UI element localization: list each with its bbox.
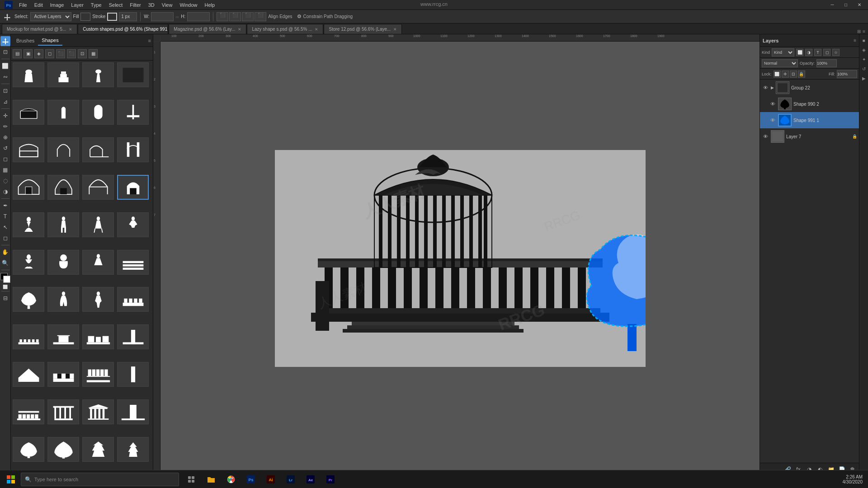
- path-ops-icon[interactable]: ⊡: [78, 49, 87, 58]
- align-left-btn[interactable]: ⬛: [217, 12, 228, 21]
- tab-close-magazine[interactable]: ✕: [238, 27, 241, 32]
- task-view-btn[interactable]: [182, 471, 201, 488]
- layer-shape-990[interactable]: 👁 Shape 990 2: [760, 96, 859, 112]
- pr-btn[interactable]: Pr: [321, 471, 340, 488]
- screen-mode-btn[interactable]: ⊟: [0, 293, 10, 303]
- shape-item[interactable]: [117, 324, 149, 349]
- layer-shape-991[interactable]: 👁 Shape 991 1: [760, 112, 859, 128]
- layers-collapse-btn[interactable]: ≡: [854, 38, 856, 43]
- filter-pixel-btn[interactable]: ⬜: [796, 49, 803, 56]
- tab-lazy-shape[interactable]: Lazy shape s.psd @ 56.5% ... ✕: [247, 24, 323, 34]
- shape-item[interactable]: [47, 100, 79, 125]
- select-dropdown[interactable]: Active Layers: [30, 12, 71, 21]
- gradient-tool[interactable]: ▦: [0, 165, 10, 175]
- canvas[interactable]: 人人素材 RRCG RRCG: [275, 150, 646, 367]
- shape-tool[interactable]: ◻: [0, 233, 10, 243]
- tab-close-mockup[interactable]: ✕: [69, 27, 72, 32]
- shape-item[interactable]: [82, 437, 114, 462]
- shape-item[interactable]: [82, 324, 114, 349]
- file-explorer-btn[interactable]: [202, 471, 221, 488]
- width-input[interactable]: 628.56: [151, 12, 174, 21]
- shape-item[interactable]: [117, 137, 149, 162]
- shape-item[interactable]: [47, 324, 79, 349]
- shape-item[interactable]: [117, 437, 149, 462]
- tab-store[interactable]: Store 12.psd @ 56.6% (Laye... ✕: [324, 24, 402, 34]
- shape-item[interactable]: [13, 62, 44, 87]
- zoom-tool[interactable]: 🔍: [0, 258, 10, 268]
- shape-item[interactable]: [47, 437, 79, 462]
- filter-smart-btn[interactable]: ☆: [832, 49, 840, 56]
- lock-pixels-btn[interactable]: ⬜: [774, 70, 781, 78]
- shape-item[interactable]: [13, 437, 44, 462]
- filter-type-btn[interactable]: T: [814, 49, 821, 56]
- start-button[interactable]: [2, 471, 20, 488]
- color-swatch-icon[interactable]: ■: [860, 36, 868, 44]
- shape-item[interactable]: [117, 250, 149, 275]
- shape-item[interactable]: [82, 287, 114, 312]
- new-layer-icon[interactable]: ▤: [13, 49, 22, 58]
- settings-icon[interactable]: ⚙: [297, 14, 302, 19]
- menu-type[interactable]: Type: [87, 1, 105, 9]
- shape-item[interactable]: [82, 175, 114, 200]
- stroke-color-picker[interactable]: [107, 13, 117, 21]
- menu-edit[interactable]: Edit: [31, 1, 47, 9]
- shape-item[interactable]: [82, 399, 114, 424]
- shape-item[interactable]: [47, 137, 79, 162]
- shape-item[interactable]: [13, 175, 44, 200]
- fill-color-picker[interactable]: [80, 13, 90, 21]
- eyedropper-tool[interactable]: ⊿: [0, 97, 10, 107]
- blur-tool[interactable]: ◌: [0, 176, 10, 186]
- rect-select-tool[interactable]: ⬜: [0, 61, 10, 71]
- history-brush-tool[interactable]: ↺: [0, 143, 10, 153]
- shape-item[interactable]: [47, 250, 79, 275]
- move-tool[interactable]: [0, 36, 10, 46]
- styles-icon[interactable]: ✦: [860, 55, 868, 63]
- path-select-tool[interactable]: ↖: [0, 222, 10, 232]
- pen-tool[interactable]: ✒: [0, 201, 10, 211]
- layers-filter-type[interactable]: Kind: [772, 48, 794, 56]
- shape-item[interactable]: [117, 212, 149, 237]
- shape-item[interactable]: [47, 287, 79, 312]
- panel-menu-btn[interactable]: ≡: [148, 38, 151, 43]
- menu-layer[interactable]: Layer: [67, 1, 87, 9]
- maximize-button[interactable]: □: [839, 0, 853, 10]
- shape-item[interactable]: [117, 100, 149, 125]
- height-input[interactable]: 649.66: [187, 12, 210, 21]
- adjustments-icon[interactable]: ◈: [860, 46, 868, 54]
- panel-options-btn[interactable]: ≡: [863, 29, 865, 34]
- minimize-button[interactable]: ─: [826, 0, 839, 10]
- menu-filter[interactable]: Filter: [126, 1, 144, 9]
- fill-input-layers[interactable]: [837, 70, 857, 78]
- align-right-btn[interactable]: ⬛: [242, 12, 254, 21]
- dodge-tool[interactable]: ◑: [0, 187, 10, 197]
- shape-item[interactable]: [13, 212, 44, 237]
- layer-group-22[interactable]: 👁 ▶ Group 22: [760, 80, 859, 96]
- blend-mode-select[interactable]: Normal: [762, 59, 798, 67]
- close-button[interactable]: ✕: [853, 0, 866, 10]
- shape-item[interactable]: [117, 62, 149, 87]
- healing-tool[interactable]: ✛: [0, 111, 10, 121]
- shape-item[interactable]: [117, 362, 149, 387]
- visibility-toggle-shape990[interactable]: 👁: [769, 100, 776, 108]
- brushes-tab[interactable]: Brushes: [13, 36, 38, 45]
- shape-item[interactable]: [13, 399, 44, 424]
- visibility-toggle-layer7[interactable]: 👁: [762, 133, 769, 140]
- move-tool-icon[interactable]: [2, 11, 13, 22]
- tab-mockup[interactable]: Mockup for market.psd @ 5... ✕: [2, 24, 77, 34]
- filter-shape-btn[interactable]: ◻: [823, 49, 830, 56]
- tab-custom-shapes[interactable]: Custom shapes.psd @ 56.6% (Shape 991 1, …: [78, 24, 168, 34]
- lock-artboard-btn[interactable]: ⊡: [790, 70, 797, 78]
- group-arrow-22[interactable]: ▶: [771, 85, 774, 90]
- actions-icon[interactable]: ▶: [860, 74, 868, 82]
- shape-item[interactable]: [13, 100, 44, 125]
- clone-tool[interactable]: ⊕: [0, 132, 10, 142]
- brush-tool[interactable]: ✏: [0, 122, 10, 131]
- menu-select[interactable]: Select: [105, 1, 127, 9]
- taskbar-search-box[interactable]: 🔍 Type here to search: [21, 473, 179, 486]
- menu-window[interactable]: Window: [176, 1, 201, 9]
- foreground-color[interactable]: [0, 273, 10, 283]
- lock-all-btn[interactable]: 🔒: [798, 70, 805, 78]
- hand-tool[interactable]: ✋: [0, 247, 10, 257]
- chrome-btn[interactable]: [222, 471, 241, 488]
- eraser-tool[interactable]: ◻: [0, 154, 10, 164]
